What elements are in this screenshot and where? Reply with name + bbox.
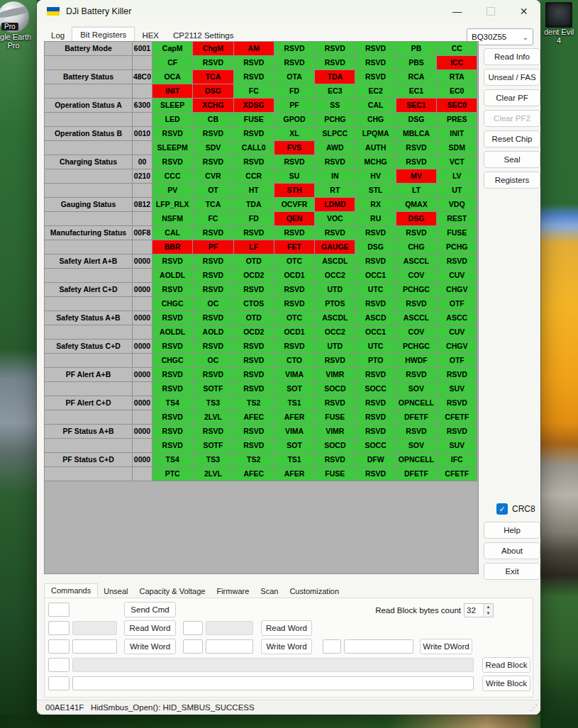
read-word2-button[interactable]: Read Word <box>261 620 312 636</box>
desktop-icon-resident-evil-4[interactable]: dent Evil 4 <box>541 2 577 45</box>
write-word2-value-input[interactable] <box>206 639 253 654</box>
commands-tabs: CommandsUnsealCapacity & VoltageFirmware… <box>44 585 345 598</box>
cmd-tab-customization[interactable]: Customization <box>284 585 345 598</box>
tab-hex[interactable]: HEX <box>135 28 166 43</box>
register-bit-pb: PB <box>396 42 437 56</box>
write-dword-value-input[interactable] <box>344 639 413 654</box>
read-word-addr-input[interactable] <box>48 621 70 635</box>
register-bit-lv: LV <box>437 169 477 184</box>
cmd-tab-commands[interactable]: Commands <box>44 583 98 598</box>
send-cmd-button[interactable]: Send Cmd <box>124 602 176 617</box>
write-block-data-input[interactable] <box>72 676 474 690</box>
read-info-button[interactable]: Read Info <box>484 48 540 65</box>
google-earth-label-line1: ogle Earth <box>0 33 38 41</box>
crc8-checkbox-row[interactable]: ✓ CRC8 <box>496 503 535 515</box>
register-bit-ptos: PTOS <box>315 297 355 311</box>
register-bit-ascc: ASCC <box>437 311 477 325</box>
cmd-input[interactable] <box>48 603 70 617</box>
register-row-label: Operation Status A <box>45 99 133 113</box>
write-word-value-input[interactable] <box>72 639 117 654</box>
register-bit-rsvd: RSVD <box>437 396 477 410</box>
exit-button[interactable]: Exit <box>484 563 540 580</box>
register-bit-rsvd: RSVD <box>315 453 355 467</box>
register-row-value <box>133 56 152 70</box>
register-bit-rsvd: RSVD <box>234 354 274 368</box>
register-bit-2lvl: 2LVL <box>193 410 233 425</box>
register-bit-sotf: SOTF <box>193 439 233 453</box>
resize-grip-icon[interactable]: ⋰ <box>530 703 538 712</box>
register-bit-rsvd: RSVD <box>234 425 274 439</box>
register-bit-asccl: ASCCL <box>396 254 437 269</box>
close-button[interactable]: ✕ <box>507 0 540 23</box>
register-bit-icc: ICC <box>437 56 477 70</box>
register-bit-tda: TDA <box>315 70 355 84</box>
reset-chip-button[interactable]: Reset Chip <box>484 130 540 147</box>
register-bit-am: AM <box>234 42 274 56</box>
write-word2-button[interactable]: Write Word <box>261 639 312 654</box>
register-bit-hv: HV <box>355 169 396 184</box>
seal-button[interactable]: Seal <box>484 151 540 168</box>
cmd-tab-scan[interactable]: Scan <box>255 585 284 598</box>
register-bit-slpcc: SLPCC <box>315 127 355 141</box>
register-bit-aold: AOLD <box>193 325 233 340</box>
write-dword-addr-input[interactable] <box>323 639 341 654</box>
minimize-button[interactable]: — <box>440 0 474 23</box>
tab-cp2112-settings[interactable]: CP2112 Settings <box>166 28 240 43</box>
register-row-value <box>133 212 152 226</box>
register-row-value: 6300 <box>133 99 152 113</box>
register-bit-tda: TDA <box>234 198 274 212</box>
help-button[interactable]: Help <box>484 522 540 539</box>
read-word-button[interactable]: Read Word <box>124 620 176 636</box>
spinner-down-icon[interactable]: ▼ <box>484 610 493 617</box>
clear-pf-button[interactable]: Clear PF <box>484 89 540 106</box>
register-bit-cb: CB <box>193 113 233 127</box>
register-bit-init: INIT <box>152 84 193 99</box>
about-button[interactable]: About <box>484 542 540 559</box>
registers-button[interactable]: Registers <box>484 172 540 189</box>
write-word-addr-input[interactable] <box>48 639 70 654</box>
bytes-count-spinner[interactable]: 32 ▲ ▼ <box>464 603 494 617</box>
register-bit-rsvd: RSVD <box>396 297 437 311</box>
register-bit-nsfm: NSFM <box>152 212 193 226</box>
register-bit-ts4: TS4 <box>152 453 193 467</box>
cmd-tab-firmware[interactable]: Firmware <box>211 585 255 598</box>
register-bit-fet: FET <box>274 240 315 254</box>
register-bit-fuse: FUSE <box>234 113 274 127</box>
write-block-addr-input[interactable] <box>48 676 70 690</box>
spinner-up-icon[interactable]: ▲ <box>484 604 493 610</box>
tab-bit-registers[interactable]: Bit Registers <box>72 27 135 43</box>
tab-log[interactable]: Log <box>44 28 72 43</box>
read-word2-addr-input[interactable] <box>183 621 203 635</box>
register-bit-dfetf: DFETF <box>396 467 437 481</box>
unseal-fas-button[interactable]: Unseal / FAS <box>484 69 540 86</box>
register-row-label: PF Alert C+D <box>45 396 133 410</box>
register-bit-init: INIT <box>437 127 477 141</box>
register-bit-lt: LT <box>396 184 437 198</box>
register-bit-ot: OT <box>193 184 233 198</box>
register-bit-qmax: QMAX <box>396 198 437 212</box>
cmd-tab-capacity-voltage[interactable]: Capacity & Voltage <box>134 585 211 598</box>
register-row-label: Charging Status <box>45 155 133 169</box>
write-dword-button[interactable]: Write DWord <box>420 639 472 654</box>
checkbox-checked-icon[interactable]: ✓ <box>496 503 508 515</box>
register-bit-pchg: PCHG <box>437 240 477 254</box>
read-block-button[interactable]: Read Block <box>482 657 530 673</box>
register-bit-sth: STH <box>274 184 315 198</box>
register-bit-rsvd: RSVD <box>193 155 233 169</box>
register-row-value: 0000 <box>133 283 152 297</box>
register-bit-ec1: EC1 <box>396 84 437 99</box>
register-bit-rsvd: RSVD <box>274 283 315 297</box>
write-word2-addr-input[interactable] <box>183 639 203 654</box>
register-row-value: 00 <box>133 155 152 169</box>
register-bit-rsvd: RSVD <box>193 283 233 297</box>
desktop-icon-google-earth-pro[interactable]: Pro ogle Earth Pro <box>0 1 38 50</box>
register-row-value <box>133 439 152 453</box>
register-bit-cal: CAL <box>152 226 193 240</box>
write-block-button[interactable]: Write Block <box>482 676 530 691</box>
register-bit-rsvd: RSVD <box>355 425 396 439</box>
cmd-tab-unseal[interactable]: Unseal <box>98 585 133 598</box>
write-word-button[interactable]: Write Word <box>124 639 176 654</box>
register-row-label <box>45 212 133 226</box>
register-bit-fd: FD <box>274 84 315 99</box>
read-block-addr-input[interactable] <box>48 658 70 672</box>
